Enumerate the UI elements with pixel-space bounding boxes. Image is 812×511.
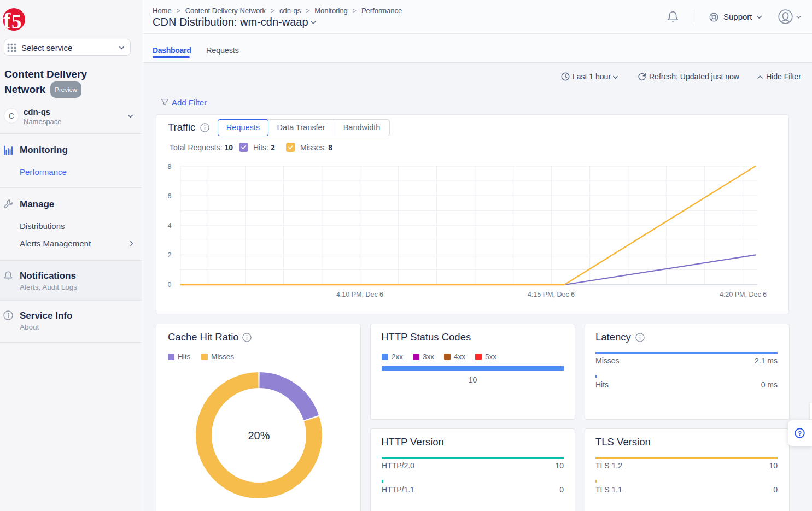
- svg-text:?: ?: [798, 430, 802, 437]
- svg-text:2: 2: [168, 251, 172, 259]
- svg-text:f: f: [3, 8, 11, 31]
- svg-text:5: 5: [11, 10, 22, 31]
- svg-text:0: 0: [168, 281, 172, 289]
- svg-text:8: 8: [168, 163, 172, 171]
- svg-text:4:10 PM, Dec 6: 4:10 PM, Dec 6: [336, 291, 383, 298]
- svg-text:6: 6: [168, 192, 172, 200]
- svg-text:4: 4: [168, 222, 172, 230]
- svg-text:4:20 PM, Dec 6: 4:20 PM, Dec 6: [720, 291, 767, 298]
- svg-text:4:15 PM, Dec 6: 4:15 PM, Dec 6: [528, 291, 575, 298]
- svg-text:20%: 20%: [248, 430, 270, 442]
